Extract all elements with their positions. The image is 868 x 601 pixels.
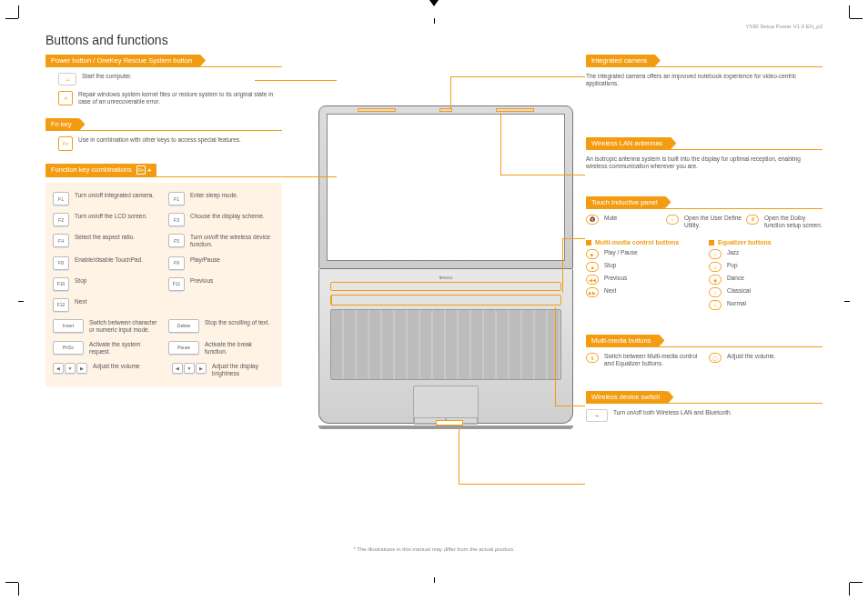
list-icon: ♪	[709, 249, 722, 259]
power-label: Power button / OneKey Rescue System butt…	[45, 55, 197, 66]
key-icon: Pause	[168, 341, 199, 355]
list-icon: ♫	[709, 262, 722, 272]
key-icon: F11	[168, 277, 185, 291]
footnote: * The illustrations in this manual may d…	[353, 546, 514, 552]
fn-item: F2Turn on/off the LCD screen.	[53, 213, 159, 226]
list-icon: ⇅	[586, 353, 599, 363]
touch-icon: 🎚	[746, 215, 759, 225]
switch-box	[436, 420, 463, 426]
mmbuttons-section: Multi-media buttons ⇅Switch between Mult…	[586, 335, 823, 373]
media-bar-box	[330, 295, 561, 306]
fnkey-desc: Use in combination with other keys to ac…	[78, 136, 241, 144]
power-text-1: Start the computer.	[82, 73, 132, 80]
switch-icon: ⇋	[586, 409, 608, 422]
fn-icon: Fn	[58, 136, 73, 151]
eq-head: Equalizer buttons	[709, 239, 823, 245]
touch-icon: ⌂	[666, 215, 679, 225]
fn-item: F5Turn on/off the wireless device functi…	[168, 234, 275, 248]
fn-item: F4Select the aspect ratio.	[53, 234, 159, 248]
fnkey-label: Fn key	[45, 118, 77, 130]
key-icon: F4	[53, 234, 69, 247]
list-icon: ♩	[709, 287, 722, 297]
fn-item: F9Play/Pause	[168, 256, 275, 270]
antenna-left-box	[358, 108, 396, 112]
fncombo-section: Function key combinations Fn+ F1Turn on/…	[45, 164, 282, 386]
key-icon: PrtSc	[53, 341, 84, 355]
antenna-right-box	[496, 108, 534, 112]
right-column: Integrated camera The integrated camera …	[586, 55, 823, 435]
touch-icon: 🔇	[586, 215, 599, 225]
key-icon: Insert	[53, 319, 84, 333]
list-icon: ∿	[709, 300, 722, 310]
fn-grid: F1Turn on/off integrated camera.F1Enter …	[45, 183, 282, 386]
camera-label: Integrated camera	[586, 55, 652, 66]
fn-item: F1Turn on/off integrated camera.	[53, 192, 159, 205]
list-icon: ▶	[586, 249, 599, 259]
fncombo-label: Function key combinations Fn+	[45, 164, 156, 176]
list-icon: ◉	[709, 275, 722, 285]
power-section: Power button / OneKey Rescue System butt…	[45, 55, 282, 105]
key-icon: Delete	[168, 319, 199, 333]
mm-head: Multi-media control buttons	[586, 239, 700, 245]
fn-item: F11Previous	[168, 277, 275, 291]
wswitch-label: Wireless device switch	[586, 391, 665, 403]
mmbuttons-label: Multi-media buttons	[586, 335, 656, 346]
key-icon: F12	[53, 298, 69, 312]
fn-item: DeleteStop the scrolling of text.	[168, 319, 275, 334]
key-icon: F9	[168, 256, 185, 270]
power-icon: ▭	[58, 73, 76, 85]
key-icon: F1	[53, 192, 69, 205]
list-icon: ◯	[709, 353, 722, 363]
camera-section: Integrated camera The integrated camera …	[586, 55, 823, 88]
fn-item: F10Stop	[53, 277, 159, 291]
camera-desc: The integrated camera offers an improved…	[586, 73, 823, 88]
list-icon: ◀◀	[586, 275, 599, 285]
fn-item: F8Enable/disable TouchPad.	[53, 256, 159, 270]
key-icon: F10	[53, 277, 69, 291]
touch-section: Touch Inductive panel 🔇Mute⌂Open the Use…	[586, 196, 823, 313]
key-icon: F1	[168, 192, 185, 205]
fn-item: F3Choose the display scheme.	[168, 213, 275, 226]
laptop-illustration: lenovo	[318, 105, 573, 429]
left-column: Power button / OneKey Rescue System butt…	[45, 55, 282, 399]
wlan-section: Wireless LAN antennas An isotropic anten…	[586, 137, 823, 171]
key-icon: F5	[168, 234, 185, 247]
list-icon: ■	[586, 262, 599, 272]
touch-panel-box	[330, 282, 561, 291]
wlan-desc: An isotropic antenna system is built int…	[586, 155, 823, 171]
fn-item: PauseActivate the break function.	[168, 341, 275, 356]
power-text-2: Repair windows system kernel files or re…	[78, 91, 282, 105]
fn-item: F1Enter sleep mode.	[168, 192, 275, 205]
wswitch-section: Wireless device switch ⇋ Turn on/off bot…	[586, 391, 823, 422]
onekey-icon: ⟲	[58, 91, 73, 105]
fn-item: InsertSwitch between character or numeri…	[53, 319, 159, 334]
doc-id: Y530 Setup Poster V1.0 EN_p2	[746, 24, 823, 29]
key-icon: F8	[53, 256, 69, 270]
wswitch-desc: Turn on/off both Wireless LAN and Blueto…	[613, 409, 732, 416]
key-icon: F3	[168, 213, 185, 226]
fn-item: PrtScActivate the system request.	[53, 341, 159, 356]
fn-item: F12Next	[53, 298, 159, 312]
page-title: Buttons and functions	[45, 33, 823, 47]
key-icon: F2	[53, 213, 69, 226]
fnkey-section: Fn key Fn Use in combination with other …	[45, 118, 282, 151]
list-icon: ▶▶	[586, 287, 599, 297]
page: Y530 Setup Poster V1.0 EN_p2 Buttons and…	[45, 33, 823, 568]
touch-label: Touch Inductive panel	[586, 196, 663, 208]
wlan-label: Wireless LAN antennas	[586, 137, 668, 149]
